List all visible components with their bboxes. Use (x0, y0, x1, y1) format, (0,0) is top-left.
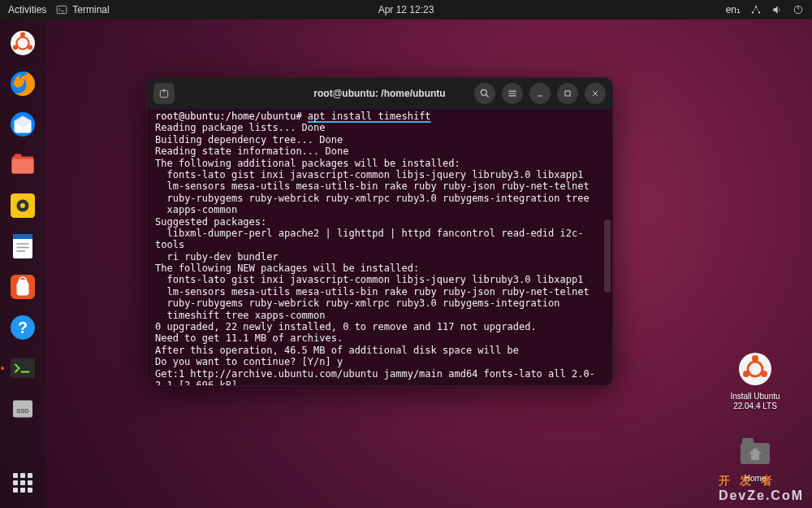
dock-ssd[interactable]: SSD (6, 392, 40, 426)
terminal-line: ruby-rubygems ruby-webrick ruby-xmlrpc r… (155, 297, 604, 309)
window-title: root@ubuntu: /home/ubuntu (313, 88, 445, 99)
terminal-line: xapps-common (155, 204, 604, 215)
terminal-line: ri ruby-dev bundler (155, 251, 604, 263)
hamburger-icon (507, 88, 518, 99)
minimize-button[interactable] (529, 83, 551, 104)
svg-rect-27 (11, 358, 35, 378)
maximize-icon (563, 89, 572, 98)
search-icon (479, 88, 490, 99)
writer-icon (8, 232, 37, 261)
svg-point-3 (758, 11, 760, 13)
terminal-line: lm-sensors mesa-utils mesa-utils-bin rak… (155, 180, 604, 192)
show-applications-button[interactable] (6, 466, 40, 500)
window-titlebar[interactable]: root@ubuntu: /home/ubuntu (147, 78, 612, 109)
dock-thunderbird[interactable] (6, 107, 40, 141)
minimize-icon (535, 89, 545, 98)
network-icon[interactable] (750, 4, 762, 15)
dock-files[interactable] (6, 148, 40, 182)
dock-ubiquity[interactable] (6, 26, 40, 60)
terminal-prompt-line: root@ubuntu:/home/ubuntu# apt install ti… (155, 111, 604, 122)
software-icon (8, 272, 37, 302)
terminal-line: Reading state information... Done (155, 145, 604, 157)
desktop-install-label: Install Ubuntu 22.04.4 LTS (723, 392, 788, 411)
svg-point-34 (743, 371, 749, 377)
dock-help[interactable]: ? (6, 310, 40, 345)
svg-rect-15 (15, 154, 22, 159)
terminal-line: Building dependency tree... Done (155, 134, 604, 145)
terminal-icon (8, 354, 37, 383)
svg-rect-14 (12, 159, 34, 174)
activities-button[interactable]: Activities (8, 4, 46, 15)
terminal-line: Reading package lists... Done (155, 122, 604, 133)
app-menu[interactable]: Terminal (56, 4, 109, 15)
terminal-body[interactable]: root@ubuntu:/home/ubuntu# apt install ti… (147, 109, 612, 385)
dock: ? SSD (0, 20, 45, 508)
svg-point-40 (481, 89, 486, 95)
svg-text:?: ? (18, 319, 28, 336)
terminal-line: Do you want to continue? [Y/n] y (155, 356, 604, 367)
dock-firefox[interactable] (6, 67, 40, 101)
terminal-line: timeshift tree xapps-common (155, 310, 604, 321)
watermark: 开 发 者 DevZe.CoM (719, 474, 804, 503)
help-icon: ? (8, 313, 37, 342)
power-icon[interactable] (793, 4, 804, 15)
ubuntu-installer-icon (736, 350, 775, 389)
clock[interactable]: Apr 12 12:23 (378, 4, 434, 15)
svg-text:SSD: SSD (16, 407, 29, 415)
terminal-line: Get:1 http://archive.ubuntu.com/ubuntu j… (155, 368, 604, 385)
dock-software[interactable] (6, 270, 40, 304)
desktop-install-ubuntu[interactable]: Install Ubuntu 22.04.4 LTS (723, 350, 788, 411)
rhythmbox-icon (8, 191, 37, 220)
terminal-indicator-icon (56, 4, 67, 15)
terminal-line: 0 upgraded, 22 newly installed, 0 to rem… (155, 321, 604, 332)
terminal-line: Suggested packages: (155, 216, 604, 228)
search-button[interactable] (474, 83, 495, 104)
scrollbar-thumb[interactable] (604, 219, 611, 293)
svg-rect-20 (13, 234, 32, 239)
svg-point-1 (752, 11, 754, 13)
svg-line-41 (486, 95, 489, 98)
apps-grid-icon (13, 473, 32, 493)
dock-rhythmbox[interactable] (6, 189, 40, 223)
svg-rect-0 (58, 6, 67, 13)
terminal-output: Reading package lists... DoneBuilding de… (155, 122, 604, 385)
svg-point-18 (20, 203, 25, 208)
top-bar: Activities Terminal Apr 12 12:23 en₁ (0, 0, 812, 20)
terminal-line: The following NEW packages will be insta… (155, 263, 604, 274)
home-folder-icon (736, 432, 775, 471)
files-icon (8, 150, 37, 180)
dock-terminal[interactable] (6, 351, 40, 385)
svg-rect-36 (742, 438, 754, 445)
terminal-line: lm-sensors mesa-utils mesa-utils-bin rak… (155, 286, 604, 297)
svg-point-33 (761, 371, 767, 377)
terminal-line: The following additional packages will b… (155, 158, 604, 169)
svg-point-32 (752, 355, 758, 362)
svg-point-9 (28, 45, 32, 50)
terminal-line: libxml-dumper-perl apache2 | lighttpd | … (155, 228, 604, 251)
thunderbird-icon (8, 110, 37, 139)
maximize-button[interactable] (557, 83, 578, 104)
dock-writer[interactable] (6, 229, 40, 263)
terminal-window: root@ubuntu: /home/ubuntu root@ubuntu:/h… (146, 77, 613, 386)
close-button[interactable] (585, 83, 606, 104)
firefox-icon (8, 69, 37, 98)
volume-icon[interactable] (771, 4, 783, 15)
new-tab-button[interactable] (153, 83, 175, 104)
close-icon (590, 89, 600, 98)
new-tab-icon (158, 88, 170, 99)
terminal-line: Need to get 11.1 MB of archives. (155, 332, 604, 344)
svg-point-8 (20, 33, 25, 37)
terminal-line: fonts-lato gist inxi javascript-common l… (155, 274, 604, 285)
terminal-line: fonts-lato gist inxi javascript-common l… (155, 169, 604, 180)
svg-rect-46 (565, 91, 570, 96)
svg-point-10 (13, 45, 18, 50)
terminal-line: ruby-rubygems ruby-webrick ruby-xmlrpc r… (155, 193, 604, 204)
menu-button[interactable] (502, 83, 523, 104)
ssd-icon: SSD (8, 394, 37, 423)
input-source-indicator[interactable]: en₁ (726, 4, 741, 15)
terminal-line: After this operation, 46.5 MB of additio… (155, 345, 604, 356)
app-menu-label: Terminal (72, 4, 109, 15)
ubiquity-icon (8, 28, 37, 58)
